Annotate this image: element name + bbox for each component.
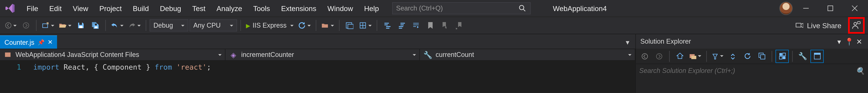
svg-rect-36: [691, 56, 696, 59]
nav-forward-button[interactable]: [20, 19, 33, 32]
tab-filename: Counter.js: [4, 39, 34, 46]
auto-hide-pin-icon[interactable]: 📍: [845, 37, 854, 46]
document-tab-strip: Counter.js 📌 ✕ ▾: [0, 34, 636, 49]
start-debugging-button[interactable]: ▶ IIS Express: [244, 19, 296, 32]
field-icon: 🔧: [423, 50, 432, 59]
find-in-files-button[interactable]: [343, 19, 356, 32]
svg-rect-40: [782, 53, 785, 56]
back-button[interactable]: [638, 50, 651, 63]
open-file-button[interactable]: [57, 19, 73, 32]
toolbar-separator: [240, 20, 241, 31]
toolbar-separator: [669, 51, 670, 62]
search-icon: 🔍: [856, 66, 865, 75]
format-document-button[interactable]: [409, 19, 423, 32]
toolbar-separator: [316, 20, 316, 31]
nav-member-dropdown[interactable]: ◈ incrementCounter: [226, 49, 420, 60]
properties-button[interactable]: 🔧: [796, 50, 809, 63]
comment-out-button[interactable]: [381, 19, 394, 32]
previous-bookmark-button[interactable]: [438, 19, 452, 32]
nav-field-dropdown[interactable]: 🔧 currentCount: [420, 49, 636, 60]
menu-extensions[interactable]: Extensions: [276, 1, 322, 16]
svg-rect-38: [761, 55, 765, 59]
menu-test[interactable]: Test: [187, 1, 211, 16]
play-icon: ▶: [246, 22, 250, 29]
toolbar-separator: [792, 51, 793, 62]
quick-launch-search[interactable]: Search (Ctrl+Q): [392, 2, 531, 14]
nav-backward-button[interactable]: [3, 19, 18, 32]
menu-bar: File Edit View Project Build Debug Test …: [0, 0, 868, 16]
forward-button[interactable]: [653, 50, 666, 63]
solution-filter-button[interactable]: [687, 50, 703, 63]
solution-explorer-panel: Solution Explorer ▾ 📍 ✕: [636, 34, 868, 93]
svg-rect-42: [782, 56, 785, 59]
solution-explorer-titlebar[interactable]: Solution Explorer ▾ 📍 ✕: [636, 34, 868, 49]
show-all-files-toggle[interactable]: [775, 50, 789, 63]
live-share-button[interactable]: Live Share: [792, 21, 845, 30]
document-tab-counter-js[interactable]: Counter.js 📌 ✕: [0, 35, 57, 49]
close-panel-icon[interactable]: ✕: [855, 37, 864, 46]
save-all-button[interactable]: [89, 19, 102, 32]
browser-link-refresh-button[interactable]: [297, 19, 313, 32]
nav-field-label: currentCount: [436, 51, 474, 58]
svg-rect-31: [858, 21, 860, 24]
menu-edit[interactable]: Edit: [44, 1, 67, 16]
uncomment-button[interactable]: [395, 19, 408, 32]
nav-member-label: incrementCounter: [241, 51, 294, 58]
toggle-bookmark-button[interactable]: [424, 19, 437, 32]
collapse-all-button[interactable]: [755, 50, 768, 63]
menu-debug[interactable]: Debug: [154, 1, 187, 16]
menu-project[interactable]: Project: [94, 1, 127, 16]
svg-rect-14: [348, 24, 353, 29]
save-button[interactable]: [74, 19, 88, 32]
live-share-icon: [795, 21, 804, 30]
nav-scope-dropdown[interactable]: WebApplication4 JavaScript Content Files: [0, 49, 226, 60]
svg-rect-32: [5, 52, 10, 57]
active-files-dropdown[interactable]: ▾: [623, 38, 632, 46]
home-button[interactable]: [673, 50, 686, 63]
show-all-files-button[interactable]: [358, 19, 374, 32]
nav-scope-label: WebApplication4 JavaScript Content Files: [16, 51, 139, 58]
editor-pane: Counter.js 📌 ✕ ▾ WebApplication4 JavaScr…: [0, 34, 636, 93]
window-position-dropdown[interactable]: ▾: [835, 37, 844, 46]
menu-window[interactable]: Window: [322, 1, 359, 16]
window-minimize-button[interactable]: [795, 1, 817, 16]
close-tab-icon[interactable]: ✕: [48, 39, 53, 46]
toolbar-separator: [146, 20, 146, 31]
svg-point-0: [519, 5, 524, 10]
svg-point-34: [656, 53, 662, 59]
menu-view[interactable]: View: [67, 1, 94, 16]
svg-rect-12: [95, 27, 97, 28]
preview-selected-items-toggle[interactable]: [810, 50, 824, 63]
solution-platform-combo[interactable]: Any CPU: [189, 19, 237, 32]
menu-analyze[interactable]: Analyze: [211, 1, 248, 16]
code-editor[interactable]: 1 import React, { Component } from 'reac…: [0, 61, 636, 93]
menu-build[interactable]: Build: [127, 1, 154, 16]
svg-point-30: [854, 22, 857, 25]
svg-point-7: [23, 22, 29, 28]
solution-explorer-search[interactable]: Search Solution Explorer (Ctrl+;) 🔍: [636, 64, 868, 77]
svg-rect-3: [828, 6, 833, 11]
person-feedback-icon: [852, 21, 861, 30]
window-maximize-button[interactable]: [819, 1, 841, 16]
solution-configuration-combo[interactable]: Debug: [150, 19, 188, 32]
menu-help[interactable]: Help: [359, 1, 384, 16]
sync-active-document-button[interactable]: [726, 50, 740, 63]
undo-button[interactable]: [109, 19, 125, 32]
solution-title: WebApplication4: [553, 4, 607, 12]
next-bookmark-button[interactable]: [453, 19, 466, 32]
visual-studio-logo-icon: [2, 1, 18, 16]
browse-with-button[interactable]: [320, 19, 336, 32]
pin-icon[interactable]: 📌: [38, 39, 44, 45]
feedback-highlighted-button[interactable]: [848, 17, 865, 34]
refresh-button[interactable]: [741, 50, 754, 63]
svg-rect-9: [79, 22, 82, 25]
menu-file[interactable]: File: [21, 1, 44, 16]
menu-tools[interactable]: Tools: [248, 1, 276, 16]
window-close-button[interactable]: [844, 1, 866, 16]
pending-changes-filter-button[interactable]: [710, 50, 725, 63]
user-avatar[interactable]: [779, 2, 793, 15]
new-project-button[interactable]: [40, 19, 56, 32]
live-share-label: Live Share: [807, 21, 841, 30]
svg-line-1: [523, 9, 525, 11]
redo-button[interactable]: [126, 19, 142, 32]
